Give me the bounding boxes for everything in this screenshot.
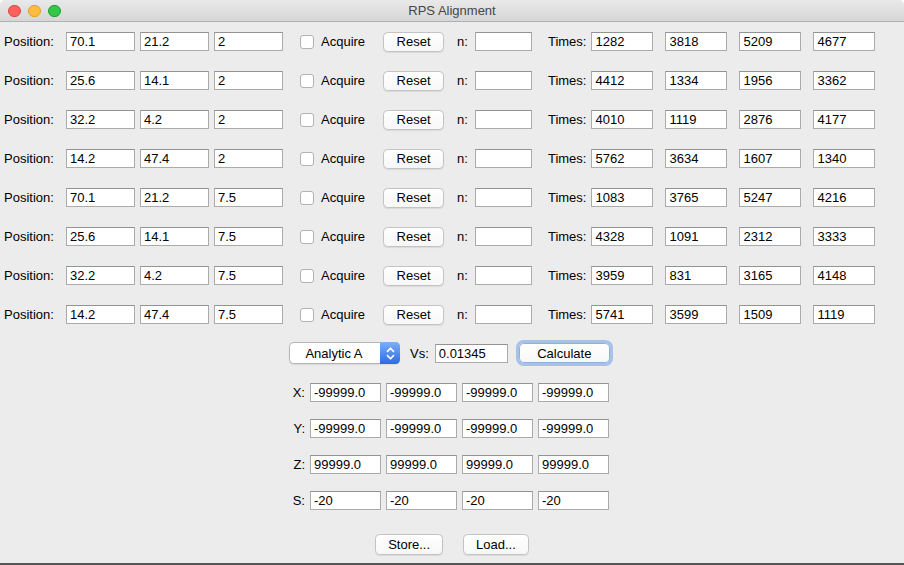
times-input-3[interactable] (739, 149, 801, 168)
y-result-input-2[interactable] (386, 419, 457, 438)
n-input[interactable] (475, 149, 532, 168)
times-input-1[interactable] (591, 305, 653, 324)
reset-button[interactable]: Reset (383, 110, 444, 130)
times-input-4[interactable] (813, 188, 875, 207)
acquire-checkbox[interactable] (300, 269, 314, 283)
times-input-4[interactable] (813, 110, 875, 129)
position-input-1[interactable] (66, 266, 135, 285)
times-input-4[interactable] (813, 227, 875, 246)
z-result-input-2[interactable] (386, 455, 457, 474)
position-input-1[interactable] (66, 71, 135, 90)
x-result-input-1[interactable] (310, 383, 381, 402)
reset-button[interactable]: Reset (383, 266, 444, 286)
times-input-2[interactable] (665, 227, 727, 246)
acquire-checkbox[interactable] (300, 113, 314, 127)
n-input[interactable] (475, 71, 532, 90)
times-input-3[interactable] (739, 71, 801, 90)
position-input-3[interactable] (214, 266, 283, 285)
times-input-1[interactable] (591, 188, 653, 207)
reset-button[interactable]: Reset (383, 227, 444, 247)
x-result-input-4[interactable] (538, 383, 609, 402)
s-result-input-1[interactable] (310, 491, 381, 510)
times-input-2[interactable] (665, 71, 727, 90)
position-input-3[interactable] (214, 227, 283, 246)
times-input-2[interactable] (665, 110, 727, 129)
times-input-3[interactable] (739, 32, 801, 51)
acquire-checkbox[interactable] (300, 74, 314, 88)
times-input-3[interactable] (739, 110, 801, 129)
n-input[interactable] (475, 305, 532, 324)
times-input-2[interactable] (665, 32, 727, 51)
times-input-1[interactable] (591, 266, 653, 285)
position-input-2[interactable] (140, 188, 209, 207)
position-input-1[interactable] (66, 305, 135, 324)
acquire-checkbox[interactable] (300, 230, 314, 244)
times-input-1[interactable] (591, 71, 653, 90)
times-input-4[interactable] (813, 71, 875, 90)
times-input-4[interactable] (813, 266, 875, 285)
reset-button[interactable]: Reset (383, 305, 444, 325)
n-input[interactable] (475, 266, 532, 285)
times-input-2[interactable] (665, 149, 727, 168)
times-input-4[interactable] (813, 32, 875, 51)
position-input-3[interactable] (214, 149, 283, 168)
times-input-4[interactable] (813, 149, 875, 168)
z-result-input-4[interactable] (538, 455, 609, 474)
position-input-3[interactable] (214, 305, 283, 324)
position-input-2[interactable] (140, 305, 209, 324)
calculate-button[interactable]: Calculate (519, 343, 610, 363)
times-input-1[interactable] (591, 110, 653, 129)
position-input-1[interactable] (66, 32, 135, 51)
times-input-1[interactable] (591, 149, 653, 168)
acquire-checkbox[interactable] (300, 152, 314, 166)
times-input-2[interactable] (665, 266, 727, 285)
times-input-4[interactable] (813, 305, 875, 324)
position-input-2[interactable] (140, 71, 209, 90)
s-result-input-4[interactable] (538, 491, 609, 510)
times-input-1[interactable] (591, 227, 653, 246)
x-result-input-2[interactable] (386, 383, 457, 402)
times-input-3[interactable] (739, 266, 801, 285)
position-input-3[interactable] (214, 71, 283, 90)
y-result-input-3[interactable] (462, 419, 533, 438)
position-input-2[interactable] (140, 266, 209, 285)
reset-button[interactable]: Reset (383, 71, 444, 91)
position-input-1[interactable] (66, 149, 135, 168)
reset-button[interactable]: Reset (383, 188, 444, 208)
times-input-3[interactable] (739, 305, 801, 324)
z-result-input-3[interactable] (462, 455, 533, 474)
position-input-3[interactable] (214, 110, 283, 129)
n-input[interactable] (475, 227, 532, 246)
titlebar[interactable]: RPS Alignment (0, 0, 904, 22)
position-input-1[interactable] (66, 188, 135, 207)
times-input-2[interactable] (665, 305, 727, 324)
position-input-2[interactable] (140, 149, 209, 168)
z-result-input-1[interactable] (310, 455, 381, 474)
x-result-input-3[interactable] (462, 383, 533, 402)
n-input[interactable] (475, 32, 532, 51)
zoom-window-button[interactable] (48, 5, 61, 18)
n-input[interactable] (475, 110, 532, 129)
acquire-checkbox[interactable] (300, 191, 314, 205)
y-result-input-4[interactable] (538, 419, 609, 438)
position-input-1[interactable] (66, 110, 135, 129)
position-input-3[interactable] (214, 32, 283, 51)
load-button[interactable]: Load... (463, 534, 529, 555)
acquire-checkbox[interactable] (300, 35, 314, 49)
position-input-2[interactable] (140, 110, 209, 129)
n-input[interactable] (475, 188, 532, 207)
s-result-input-3[interactable] (462, 491, 533, 510)
reset-button[interactable]: Reset (383, 32, 444, 52)
times-input-2[interactable] (665, 188, 727, 207)
minimize-button[interactable] (28, 5, 41, 18)
store-button[interactable]: Store... (375, 534, 443, 555)
position-input-2[interactable] (140, 32, 209, 51)
close-button[interactable] (8, 5, 21, 18)
y-result-input-1[interactable] (310, 419, 381, 438)
vs-input[interactable] (435, 344, 508, 363)
position-input-3[interactable] (214, 188, 283, 207)
times-input-1[interactable] (591, 32, 653, 51)
times-input-3[interactable] (739, 227, 801, 246)
position-input-1[interactable] (66, 227, 135, 246)
analytic-dropdown[interactable]: Analytic A (289, 342, 400, 364)
